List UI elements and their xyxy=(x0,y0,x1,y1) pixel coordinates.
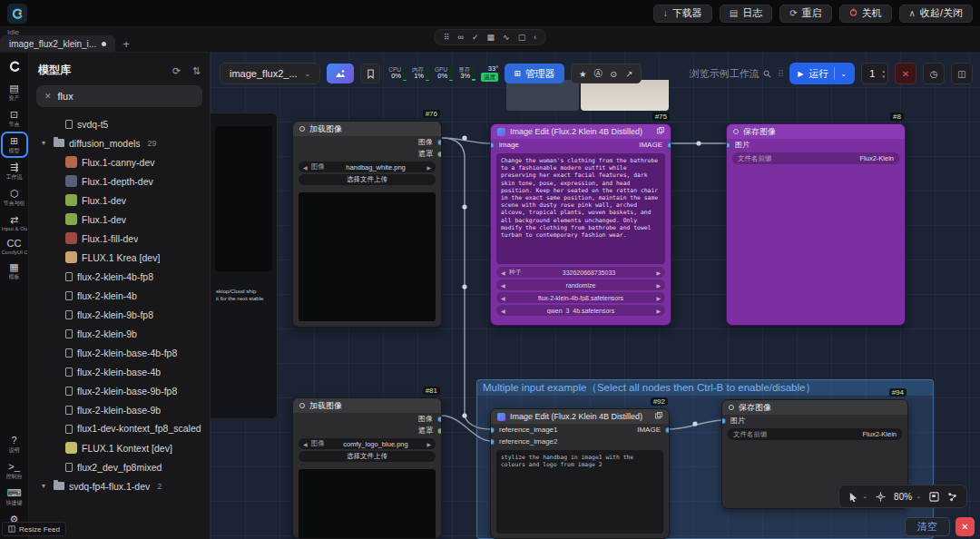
input-port-image[interactable] xyxy=(490,142,495,148)
combo-left-icon[interactable]: ◀ xyxy=(303,164,308,171)
sidebar-item-input-output[interactable]: ⇄Input & Output xyxy=(2,211,27,233)
sidebar-item-nodes[interactable]: ⊡节点 xyxy=(2,106,27,131)
model-item[interactable]: Flux.1-fill-dev xyxy=(29,229,210,248)
sidebar-item-shortcuts[interactable]: ⌨快捷键 xyxy=(2,485,27,509)
port-row[interactable]: image IMAGE xyxy=(491,139,671,151)
output-slot[interactable]: 图像 xyxy=(293,136,441,148)
share-icon[interactable]: ↗ xyxy=(622,69,637,79)
model-item[interactable]: Flux.1-dev xyxy=(29,191,210,210)
model-item[interactable]: Flux.1-depth-dev xyxy=(29,172,210,191)
model-item[interactable]: FLUX.1 Kontext [dev] xyxy=(29,438,210,457)
model-search-input[interactable]: ✕ flux xyxy=(36,85,202,107)
collapse-close-button[interactable]: ∧收起/关闭 xyxy=(899,5,973,23)
port-row[interactable]: reference_image1 IMAGE xyxy=(491,424,669,436)
model-item[interactable]: Flux.1-canny-dev xyxy=(29,152,210,172)
image-combo-widget[interactable]: ◀图像comfy_logo_blue.png▶ xyxy=(299,438,436,449)
sidebar-item-help[interactable]: ?说明 xyxy=(2,432,27,456)
sidebar-item-nodes-groups[interactable]: ⬡节点与组 xyxy=(2,185,27,210)
output-slot[interactable]: 图像 xyxy=(293,413,441,425)
select-tool-button[interactable]: ⌄ xyxy=(848,488,867,505)
combo-left-icon[interactable]: ◀ xyxy=(303,441,308,447)
sidebar-item-terminal[interactable]: >_控制台 xyxy=(2,458,27,483)
close-queue-button[interactable]: ✕ xyxy=(956,517,975,536)
node-header[interactable]: 加载图像 xyxy=(293,122,441,136)
link-icon[interactable]: ∞ xyxy=(458,34,464,42)
model-item[interactable]: flux-2-klein-4b-fp8 xyxy=(29,267,210,286)
manager-button[interactable]: ⊞管理器 xyxy=(505,64,564,83)
model-widget[interactable]: ◀flux-2-klein-4b-fp8.safetensors▶ xyxy=(496,292,665,303)
node-load-image-top[interactable]: 加载图像 图像 遮罩 ◀图像handbag_white.png▶ 选择文件上传 xyxy=(292,121,442,328)
model-item[interactable]: flux1-dev-kontext_fp8_scaled xyxy=(29,419,210,438)
sidebar-item-copilot[interactable]: CCComfyUI Copilot xyxy=(2,235,27,257)
star-icon[interactable]: ★ xyxy=(575,69,591,79)
sort-icon[interactable]: ⇅ xyxy=(192,65,201,76)
fit-view-button[interactable] xyxy=(876,492,886,502)
input-slot[interactable]: reference_image2 xyxy=(491,436,669,447)
node-header[interactable]: 保存图像 xyxy=(727,124,905,139)
model-item[interactable]: flux-2-klein-9b-fp8 xyxy=(29,305,210,324)
grid-icon[interactable]: ▦ xyxy=(487,34,495,42)
sidebar-item-workflows[interactable]: ⇶工作流 xyxy=(2,159,27,183)
upload-button[interactable]: 选择文件上传 xyxy=(299,174,436,185)
collapse-dot-icon[interactable] xyxy=(733,129,739,134)
collapse-dot-icon[interactable] xyxy=(299,403,305,408)
monitor-icon[interactable]: ▢ xyxy=(518,34,526,42)
node-image-edit-bottom[interactable]: Image Edit (Flux.2 Klein 4B Distilled) r… xyxy=(490,408,670,539)
workflow-selector[interactable]: image_flux2_...⌄ xyxy=(220,63,320,84)
output-port-image[interactable] xyxy=(667,142,671,148)
badge-a-icon[interactable]: Ⓐ xyxy=(591,68,606,80)
lock-icon[interactable]: ⊙ xyxy=(606,69,622,79)
panel-toggle-button[interactable]: ◫ xyxy=(951,63,973,84)
model-item[interactable]: flux-2-klein-base-9b-fp8 xyxy=(29,381,210,400)
collapse-dot-icon[interactable] xyxy=(299,126,305,132)
text-encoder-widget[interactable]: ◀qwen_3_4b.safetensors▶ xyxy=(496,305,665,316)
batch-count-stepper[interactable]: 1▴▾ xyxy=(861,63,888,84)
run-button[interactable]: ▶运行⌄ xyxy=(789,63,855,84)
clear-button[interactable]: 清空 xyxy=(905,517,950,536)
browse-templates-link[interactable]: 浏览示例工作流 xyxy=(690,67,771,81)
combo-right-icon[interactable]: ▶ xyxy=(426,164,431,171)
workflow-tab[interactable]: image_flux2_klein_i... xyxy=(0,35,115,52)
filename-prefix-widget[interactable]: 文件名前缀Flux2-Klein xyxy=(732,152,899,164)
new-tab-button[interactable]: + xyxy=(115,35,137,52)
output-port-image[interactable] xyxy=(437,416,442,422)
expand-icon[interactable] xyxy=(655,412,662,421)
output-port-image[interactable] xyxy=(665,426,670,433)
sidebar-item-models[interactable]: ⊞模型 xyxy=(2,132,27,157)
node-load-image-bottom[interactable]: 加载图像 图像 遮罩 ◀图像comfy_logo_blue.png▶ 选择文件上… xyxy=(292,397,442,539)
filename-prefix-widget[interactable]: 文件名前缀Flux2-Klein xyxy=(728,428,902,440)
input-slot[interactable]: 图片 xyxy=(727,139,905,151)
check-icon[interactable]: ✓ xyxy=(472,34,479,42)
group-title[interactable]: Multiple input example（Select all nodes … xyxy=(477,380,933,396)
sidebar-item-assets[interactable]: ▤资产 xyxy=(2,80,27,104)
chart-icon[interactable]: ∿ xyxy=(503,34,510,42)
partial-node[interactable]: sktop/Cloud shipit for the next stable xyxy=(211,113,278,419)
input-port-ref1[interactable] xyxy=(490,426,495,433)
node-header[interactable]: 保存图像 xyxy=(722,400,907,415)
drag-handle[interactable]: ⠿ xyxy=(778,69,783,79)
node-save-image-top[interactable]: 保存图像 图片 文件名前缀Flux2-Klein xyxy=(726,123,906,326)
output-port-mask[interactable] xyxy=(437,151,442,157)
upload-button[interactable]: 选择文件上传 xyxy=(299,451,436,462)
prompt-text-widget[interactable]: stylize the handbag in image1 with the c… xyxy=(496,450,663,534)
prompt-text-widget[interactable]: Change the woman's clothing from the bat… xyxy=(496,153,665,264)
downloader-button[interactable]: ↓下载器 xyxy=(653,5,712,23)
seed-widget[interactable]: ◀种子332620668735033▶ xyxy=(496,267,665,278)
workflow-map-button[interactable] xyxy=(947,492,957,502)
input-port-ref2[interactable] xyxy=(490,438,495,445)
model-item[interactable]: flux-2-klein-base-9b xyxy=(29,400,210,419)
image-combo-widget[interactable]: ◀图像handbag_white.png▶ xyxy=(299,162,436,172)
logs-button[interactable]: ▤日志 xyxy=(720,5,772,23)
sidebar-item-templates[interactable]: ▦模板 xyxy=(2,259,27,283)
node-image-edit-top[interactable]: Image Edit (Flux.2 Klein 4B Distilled) i… xyxy=(490,123,671,326)
model-item[interactable]: Flux.1-dev xyxy=(29,210,210,229)
image-mode-button[interactable] xyxy=(327,64,354,83)
bookmark-button[interactable] xyxy=(360,64,380,83)
node-header[interactable]: Image Edit (Flux.2 Klein 4B Distilled) xyxy=(491,124,671,139)
folder-diffusion-models[interactable]: ▾diffusion_models29 xyxy=(29,133,210,152)
decrement-icon[interactable]: ▾ xyxy=(882,74,885,79)
run-options-chevron[interactable]: ⌄ xyxy=(840,70,847,78)
node-header[interactable]: Image Edit (Flux.2 Klein 4B Distilled) xyxy=(491,409,669,424)
input-port-image[interactable] xyxy=(721,417,726,424)
output-slot[interactable]: 遮罩 xyxy=(293,148,441,160)
